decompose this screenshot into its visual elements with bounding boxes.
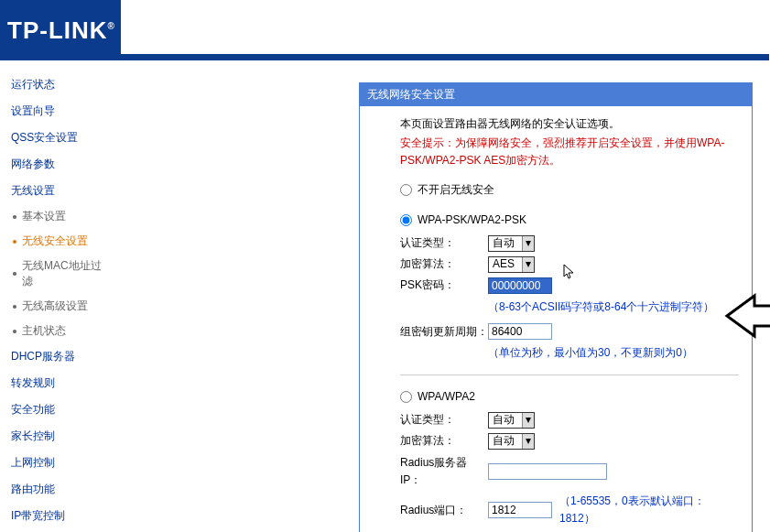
radius-port-hint: （1-65535，0表示默认端口：1812）: [559, 493, 739, 527]
sidebar: 运行状态设置向导QSS安全设置网络参数无线设置基本设置无线安全设置无线MAC地址…: [0, 60, 121, 532]
wpa-enc-label: 加密算法：: [400, 432, 488, 450]
chevron-down-icon: ▾: [522, 434, 534, 449]
sidebar-item-14[interactable]: 上网控制: [0, 450, 121, 476]
sidebar-item-11[interactable]: 转发规则: [0, 370, 121, 396]
sidebar-subitem-5[interactable]: 基本设置: [0, 204, 121, 229]
bullet-icon: [13, 215, 16, 219]
wpa-enc-select[interactable]: 自动▾: [488, 433, 535, 450]
wpapsk-auth-label: 认证类型：: [400, 234, 488, 252]
wpapsk-auth-select[interactable]: 自动▾: [488, 235, 535, 252]
radius-ip-label: Radius服务器IP：: [400, 454, 488, 489]
wpapsk-enc-select[interactable]: AES▾: [488, 256, 535, 273]
sidebar-item-3[interactable]: 网络参数: [0, 151, 121, 178]
radio-wpa-psk[interactable]: [400, 214, 412, 226]
wpapsk-psk-label: PSK密码：: [400, 277, 488, 294]
sidebar-item-12[interactable]: 安全功能: [0, 396, 121, 423]
wpapsk-gk-input[interactable]: [488, 323, 552, 340]
sidebar-item-16[interactable]: IP带宽控制: [0, 503, 121, 529]
radio-wpa[interactable]: [400, 391, 412, 403]
chevron-down-icon: ▾: [522, 413, 534, 428]
annotation-arrow: s设置修改wifi密码: [759, 291, 770, 341]
sidebar-item-2[interactable]: QSS安全设置: [0, 125, 121, 151]
radio-disable-label: 不开启无线安全: [418, 181, 494, 199]
radius-port-input[interactable]: [488, 502, 552, 518]
sidebar-item-4[interactable]: 无线设置: [0, 178, 121, 204]
section-divider: [400, 375, 739, 375]
chevron-down-icon: ▾: [522, 236, 534, 251]
radio-wpa-psk-label: WPA-PSK/WPA2-PSK: [418, 212, 526, 229]
wpapsk-gk-label: 组密钥更新周期：: [400, 323, 488, 341]
security-warning: 安全提示：为保障网络安全，强烈推荐开启安全设置，并使用WPA-PSK/WPA2-…: [400, 135, 739, 169]
sidebar-subitem-9[interactable]: 主机状态: [0, 319, 121, 343]
radius-ip-input[interactable]: [488, 463, 607, 480]
wpapsk-gk-hint: （单位为秒，最小值为30，不更新则为0）: [488, 344, 739, 362]
radius-port-label: Radius端口：: [400, 502, 488, 519]
panel-title: 无线网络安全设置: [360, 83, 752, 106]
sidebar-item-13[interactable]: 家长控制: [0, 423, 121, 450]
sidebar-subitem-7[interactable]: 无线MAC地址过滤: [0, 254, 121, 294]
sidebar-item-15[interactable]: 路由功能: [0, 476, 121, 503]
bullet-icon: [13, 305, 16, 309]
sidebar-subitem-8[interactable]: 无线高级设置: [0, 294, 121, 319]
sidebar-item-label: 基本设置: [22, 209, 66, 224]
panel-desc: 本页面设置路由器无线网络的安全认证选项。: [400, 115, 739, 133]
radio-disable-security[interactable]: [400, 184, 412, 196]
wireless-security-panel: 无线网络安全设置 本页面设置路由器无线网络的安全认证选项。 安全提示：为保障网络…: [359, 82, 753, 532]
psk-hint: （8-63个ACSII码字符或8-64个十六进制字符）: [488, 299, 739, 316]
sidebar-item-label: 无线安全设置: [22, 233, 88, 249]
bullet-icon: [13, 330, 16, 333]
wpa-auth-select[interactable]: 自动▾: [488, 412, 535, 429]
sidebar-item-1[interactable]: 设置向导: [0, 98, 121, 125]
sidebar-item-0[interactable]: 运行状态: [0, 71, 121, 98]
sidebar-item-10[interactable]: DHCP服务器: [0, 343, 121, 370]
psk-password-input[interactable]: [488, 277, 552, 294]
radio-wpa-label: WPA/WPA2: [418, 388, 475, 406]
sidebar-item-label: 主机状态: [22, 323, 66, 339]
sidebar-subitem-6[interactable]: 无线安全设置: [0, 229, 121, 254]
chevron-down-icon: ▾: [522, 257, 534, 272]
wpa-auth-label: 认证类型：: [400, 411, 488, 429]
wpapsk-enc-label: 加密算法：: [400, 255, 488, 273]
top-divider: [0, 54, 769, 60]
bullet-icon: [13, 272, 16, 276]
bullet-icon: [13, 240, 16, 244]
header-bar: TP-LINK®: [0, 0, 121, 60]
sidebar-item-label: 无线高级设置: [22, 299, 88, 314]
sidebar-item-label: 无线MAC地址过滤: [22, 258, 112, 289]
brand-logo: TP-LINK®: [7, 16, 115, 45]
content-area: 无线网络安全设置 本页面设置路由器无线网络的安全认证选项。 安全提示：为保障网络…: [121, 60, 770, 532]
